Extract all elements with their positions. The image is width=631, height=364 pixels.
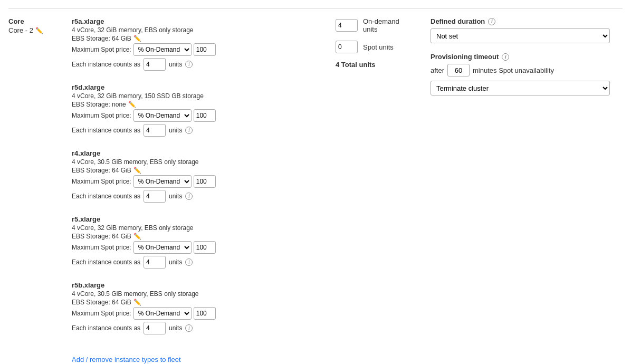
- instance-spot-r5a-xlarge: Maximum Spot price: % On-Demand$ Price: [72, 43, 325, 56]
- instance-block-r5b-xlarge: r5b.xlarge 4 vCore, 30.5 GiB memory, EBS…: [72, 281, 325, 334]
- spot-select-r5-xlarge[interactable]: % On-Demand$ Price: [133, 241, 192, 254]
- spot-units-input[interactable]: [336, 41, 358, 53]
- ebs-edit-icon-r4-xlarge[interactable]: ✏️: [133, 167, 141, 174]
- spot-select-r4-xlarge[interactable]: % On-Demand$ Price: [133, 175, 192, 188]
- instance-ebs-r5d-xlarge: EBS Storage: none ✏️: [72, 101, 325, 108]
- spot-input-r5b-xlarge[interactable]: [194, 307, 216, 320]
- spot-input-r5d-xlarge[interactable]: [194, 109, 216, 122]
- spot-input-r5-xlarge[interactable]: [194, 241, 216, 254]
- on-demand-units-label: On-demand units: [363, 17, 409, 33]
- units-column: On-demand units Spot units 4 Total units: [325, 17, 409, 69]
- instance-name-r5-xlarge: r5.xlarge: [72, 215, 325, 223]
- instance-counts-r5-xlarge: Each instance counts as units i: [72, 256, 325, 269]
- spot-input-r5a-xlarge[interactable]: [194, 43, 216, 56]
- instance-desc-r5a-xlarge: 4 vCore, 32 GiB memory, EBS only storage: [72, 26, 325, 34]
- counts-info-icon-r5a-xlarge[interactable]: i: [185, 61, 193, 68]
- instance-spot-r4-xlarge: Maximum Spot price: % On-Demand$ Price: [72, 175, 325, 188]
- timeout-suffix-label: minutes Spot unavailability: [473, 66, 554, 74]
- timeout-action-select[interactable]: Terminate clusterSwitch to On-Demand: [431, 81, 610, 95]
- provisioning-timeout-title: Provisioning timeout i: [431, 53, 610, 61]
- counts-info-icon-r4-xlarge[interactable]: i: [185, 193, 193, 200]
- counts-input-r5a-xlarge[interactable]: [144, 58, 166, 71]
- instance-ebs-r4-xlarge: EBS Storage: 64 GiB ✏️: [72, 167, 325, 174]
- on-demand-units-row: On-demand units: [336, 17, 409, 33]
- timeout-after-label: after: [431, 66, 444, 74]
- instance-block-r5a-xlarge: r5a.xlarge 4 vCore, 32 GiB memory, EBS o…: [72, 17, 325, 71]
- instances-column: r5a.xlarge 4 vCore, 32 GiB memory, EBS o…: [72, 17, 325, 347]
- spot-select-r5a-xlarge[interactable]: % On-Demand$ Price: [133, 43, 192, 56]
- ebs-edit-icon-r5d-xlarge[interactable]: ✏️: [128, 101, 136, 108]
- instance-counts-r4-xlarge: Each instance counts as units i: [72, 190, 325, 203]
- counts-input-r5-xlarge[interactable]: [144, 256, 166, 269]
- spot-input-r4-xlarge[interactable]: [194, 175, 216, 188]
- right-column: Defined duration i Not set1 hour2 hours3…: [409, 17, 610, 105]
- timeout-minutes-input[interactable]: [447, 64, 470, 76]
- counts-info-icon-r5-xlarge[interactable]: i: [185, 258, 193, 266]
- section-subtitle: Core - 2 ✏️: [8, 26, 72, 34]
- instance-name-r4-xlarge: r4.xlarge: [72, 149, 325, 157]
- instance-counts-r5d-xlarge: Each instance counts as units i: [72, 124, 325, 137]
- counts-input-r4-xlarge[interactable]: [144, 190, 166, 203]
- instance-desc-r5d-xlarge: 4 vCore, 32 GiB memory, 150 SSD GB stora…: [72, 92, 325, 100]
- timeout-row: after minutes Spot unavailability: [431, 64, 610, 76]
- instance-block-r5d-xlarge: r5d.xlarge 4 vCore, 32 GiB memory, 150 S…: [72, 83, 325, 137]
- instance-desc-r4-xlarge: 4 vCore, 30.5 GiB memory, EBS only stora…: [72, 158, 325, 166]
- instance-spot-r5b-xlarge: Maximum Spot price: % On-Demand$ Price: [72, 307, 325, 320]
- counts-info-icon-r5d-xlarge[interactable]: i: [185, 127, 193, 134]
- instance-block-r4-xlarge: r4.xlarge 4 vCore, 30.5 GiB memory, EBS …: [72, 149, 325, 203]
- ebs-edit-icon-r5b-xlarge[interactable]: ✏️: [133, 299, 141, 306]
- instance-counts-r5b-xlarge: Each instance counts as units i: [72, 322, 325, 334]
- left-column: Core Core - 2 ✏️: [8, 17, 72, 34]
- defined-duration-title: Defined duration i: [431, 17, 610, 25]
- spot-select-r5b-xlarge[interactable]: % On-Demand$ Price: [133, 307, 192, 320]
- counts-input-r5b-xlarge[interactable]: [144, 322, 166, 334]
- ebs-edit-icon-r5-xlarge[interactable]: ✏️: [133, 233, 141, 240]
- instance-ebs-r5-xlarge: EBS Storage: 64 GiB ✏️: [72, 233, 325, 240]
- instance-name-r5b-xlarge: r5b.xlarge: [72, 281, 325, 289]
- edit-icon[interactable]: ✏️: [35, 27, 43, 34]
- spot-units-row: Spot units: [336, 41, 409, 53]
- subtitle-text: Core - 2: [8, 26, 33, 34]
- on-demand-units-input[interactable]: [336, 19, 358, 32]
- instance-ebs-r5a-xlarge: EBS Storage: 64 GiB ✏️: [72, 35, 325, 42]
- instance-desc-r5b-xlarge: 4 vCore, 30.5 GiB memory, EBS only stora…: [72, 290, 325, 298]
- instance-spot-r5d-xlarge: Maximum Spot price: % On-Demand$ Price: [72, 109, 325, 122]
- instance-block-r5-xlarge: r5.xlarge 4 vCore, 32 GiB memory, EBS on…: [72, 215, 325, 269]
- section-title: Core: [8, 17, 72, 25]
- instance-name-r5a-xlarge: r5a.xlarge: [72, 17, 325, 25]
- defined-duration-select[interactable]: Not set1 hour2 hours3 hours4 hours6 hour…: [431, 28, 610, 43]
- instance-name-r5d-xlarge: r5d.xlarge: [72, 83, 325, 91]
- instance-counts-r5a-xlarge: Each instance counts as units i: [72, 58, 325, 71]
- instance-desc-r5-xlarge: 4 vCore, 32 GiB memory, EBS only storage: [72, 224, 325, 232]
- counts-info-icon-r5b-xlarge[interactable]: i: [185, 324, 193, 332]
- spot-units-label: Spot units: [363, 43, 394, 51]
- counts-input-r5d-xlarge[interactable]: [144, 124, 166, 137]
- instance-spot-r5-xlarge: Maximum Spot price: % On-Demand$ Price: [72, 241, 325, 254]
- spot-select-r5d-xlarge[interactable]: % On-Demand$ Price: [133, 109, 192, 122]
- defined-duration-info-icon[interactable]: i: [488, 18, 495, 25]
- instance-ebs-r5b-xlarge: EBS Storage: 64 GiB ✏️: [72, 299, 325, 306]
- add-remove-link[interactable]: Add / remove instance types to fleet: [72, 356, 181, 363]
- ebs-edit-icon-r5a-xlarge[interactable]: ✏️: [133, 35, 141, 42]
- total-units: 4 Total units: [336, 61, 409, 69]
- provisioning-timeout-info-icon[interactable]: i: [502, 53, 509, 61]
